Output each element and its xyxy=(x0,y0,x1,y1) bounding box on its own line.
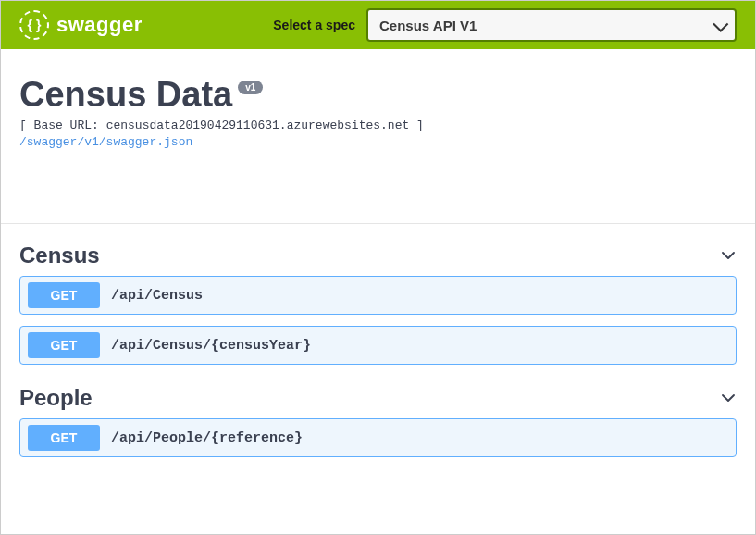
operation-path: /api/Census xyxy=(111,288,203,304)
base-url-value: censusdata20190429110631.azurewebsites.n… xyxy=(106,118,410,132)
chevron-down-icon xyxy=(720,247,737,264)
tag-name: People xyxy=(19,385,93,411)
spec-select-label: Select a spec xyxy=(273,18,355,32)
operation-path: /api/Census/{censusYear} xyxy=(111,338,311,354)
version-badge: v1 xyxy=(238,81,263,94)
operation-row[interactable]: GET /api/People/{reference} xyxy=(19,418,737,457)
method-badge-get: GET xyxy=(28,332,100,358)
chevron-down-icon xyxy=(720,390,737,406)
method-badge-get: GET xyxy=(28,425,100,451)
base-url-suffix: ] xyxy=(409,118,424,132)
spec-select[interactable]: Census API V1 xyxy=(366,8,737,42)
swagger-logo[interactable]: { } swagger xyxy=(19,10,143,40)
spec-select-wrap: Census API V1 xyxy=(366,8,737,42)
swagger-json-link[interactable]: /swagger/v1/swagger.json xyxy=(19,135,192,149)
operations-section: Census GET /api/Census GET /api/Census/{… xyxy=(1,223,755,487)
swagger-logo-text: swagger xyxy=(56,13,143,37)
spec-selector-area: Select a spec Census API V1 xyxy=(273,8,737,42)
swagger-logo-icon: { } xyxy=(19,10,49,40)
tag-header-census[interactable]: Census xyxy=(19,233,737,276)
operation-path: /api/People/{reference} xyxy=(111,430,303,446)
base-url-line: [ Base URL: censusdata20190429110631.azu… xyxy=(19,118,737,132)
api-title: Census Data xyxy=(19,75,232,115)
operation-row[interactable]: GET /api/Census/{censusYear} xyxy=(19,326,737,365)
operation-row[interactable]: GET /api/Census xyxy=(19,276,737,315)
api-info-section: Census Data v1 [ Base URL: censusdata201… xyxy=(1,49,755,186)
base-url-prefix: [ Base URL: xyxy=(19,118,106,132)
tag-name: Census xyxy=(19,243,100,268)
section-gap xyxy=(1,186,755,223)
tag-header-people[interactable]: People xyxy=(19,376,737,418)
topbar: { } swagger Select a spec Census API V1 xyxy=(1,1,755,49)
api-title-row: Census Data v1 xyxy=(19,75,737,115)
method-badge-get: GET xyxy=(28,282,100,308)
